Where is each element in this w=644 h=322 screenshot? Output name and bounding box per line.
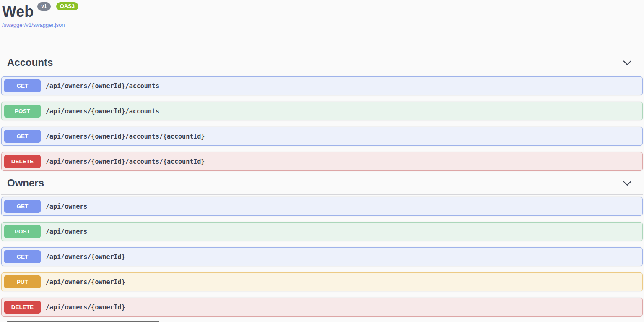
- sections: Accounts GET /api/owners/{ownerId}/accou…: [1, 57, 643, 317]
- tag-section-header[interactable]: Owners: [1, 177, 643, 195]
- operation-path: /api/owners: [46, 203, 87, 210]
- operation-row[interactable]: DELETE /api/owners/{ownerId}: [1, 298, 643, 317]
- operation-path: /api/owners/{ownerId}/accounts: [46, 82, 159, 90]
- operations: GET /api/owners/{ownerId}/accounts POST …: [1, 76, 643, 171]
- method-badge: GET: [4, 250, 41, 263]
- operation-row[interactable]: POST /api/owners/{ownerId}/accounts: [1, 102, 643, 120]
- method-badge: POST: [4, 225, 41, 238]
- method-badge: DELETE: [4, 301, 41, 314]
- operation-path: /api/owners/{ownerId}/accounts: [46, 107, 159, 115]
- tag-section-header[interactable]: Accounts: [1, 57, 643, 74]
- api-info: Web v1 OAS3 /swagger/v1/swagger.json: [1, 3, 643, 29]
- operation-row[interactable]: PUT /api/owners/{ownerId}: [1, 272, 643, 291]
- chevron-down-icon[interactable]: [623, 60, 632, 65]
- spec-json-link[interactable]: /swagger/v1/swagger.json: [2, 22, 65, 28]
- operations: GET /api/owners POST /api/owners GET /ap…: [1, 197, 643, 317]
- method-badge: PUT: [4, 275, 41, 288]
- operation-path: /api/owners/{ownerId}/accounts/{accountI…: [46, 133, 205, 140]
- swagger-ui-page: Web v1 OAS3 /swagger/v1/swagger.json Acc…: [0, 0, 644, 317]
- chevron-down-icon[interactable]: [623, 181, 632, 186]
- operation-row[interactable]: GET /api/owners/{ownerId}/accounts: [1, 76, 643, 95]
- operation-path: /api/owners/{ownerId}/accounts/{accountI…: [46, 158, 205, 165]
- operation-path: /api/owners/{ownerId}: [46, 253, 125, 261]
- section-title: Owners: [7, 177, 44, 189]
- tag-section: Owners GET /api/owners POST /api/owners …: [1, 177, 643, 317]
- method-badge: GET: [4, 200, 41, 213]
- method-badge: DELETE: [4, 155, 41, 168]
- method-badge: POST: [4, 105, 41, 118]
- operation-row[interactable]: GET /api/owners: [1, 197, 643, 216]
- operation-row[interactable]: GET /api/owners/{ownerId}/accounts/{acco…: [1, 127, 643, 146]
- operation-row[interactable]: POST /api/owners: [1, 222, 643, 241]
- oas3-badge: OAS3: [56, 2, 78, 10]
- operation-path: /api/owners/{ownerId}: [46, 278, 125, 286]
- section-title: Accounts: [7, 57, 53, 68]
- operation-row[interactable]: GET /api/owners/{ownerId}: [1, 247, 643, 266]
- method-badge: GET: [4, 79, 41, 92]
- tag-section: Accounts GET /api/owners/{ownerId}/accou…: [1, 57, 643, 171]
- operation-path: /api/owners/{ownerId}: [46, 304, 125, 311]
- operation-row[interactable]: DELETE /api/owners/{ownerId}/accounts/{a…: [1, 152, 643, 171]
- api-title: Web: [2, 3, 34, 20]
- version-badge: v1: [37, 2, 50, 11]
- operation-path: /api/owners: [46, 228, 87, 236]
- method-badge: GET: [4, 130, 41, 143]
